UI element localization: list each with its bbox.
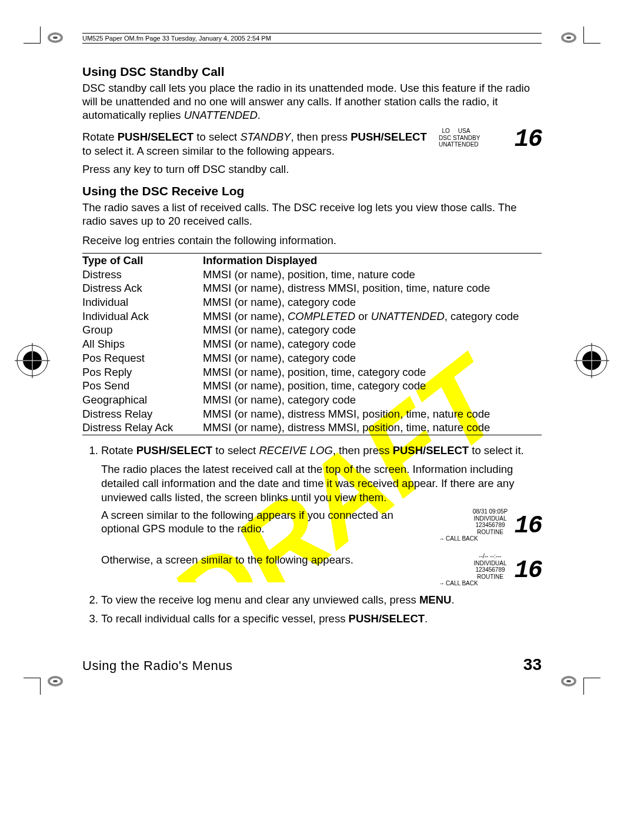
table-row: Pos RequestMMSI (or name), category code — [82, 351, 542, 365]
header-tag: UM525 Paper OM.fm Page 33 Tuesday, Janua… — [82, 33, 542, 44]
lcd-channel: 16 — [515, 556, 542, 585]
svg-point-3 — [53, 36, 58, 39]
step-1-sub1: The radio places the latest received cal… — [101, 462, 542, 505]
step-1-sub3: Otherwise, a screen similar to the follo… — [101, 553, 427, 566]
table-row: IndividualMMSI (or name), category code — [82, 295, 542, 309]
svg-point-9 — [53, 680, 58, 682]
steps-list-cont: To view the receive log menu and clear a… — [82, 593, 542, 626]
section-title-receivelog: Using the DSC Receive Log — [82, 184, 542, 198]
table-row: Pos SendMMSI (or name), position, time, … — [82, 379, 542, 393]
table-row: GeographicalMMSI (or name), category cod… — [82, 393, 542, 407]
table-row: Distress Relay AckMMSI (or name), distre… — [82, 421, 542, 435]
step-1-sub2: A screen similar to the following appear… — [101, 508, 427, 535]
receive-para-1: The radio saves a list of received calls… — [82, 201, 542, 228]
standby-para-1: DSC standby call lets you place the radi… — [82, 81, 542, 122]
registration-target-left — [15, 343, 50, 378]
svg-point-6 — [566, 36, 571, 39]
lcd-with-gps: 08/31 09:05P INDIVIDUAL 123456789 ROUTIN… — [439, 508, 542, 545]
page-number: 33 — [523, 655, 542, 674]
footer-title: Using the Radio's Menus — [82, 658, 232, 674]
lcd-without-gps: --/-- --:--- INDIVIDUAL 123456789 ROUTIN… — [439, 553, 542, 589]
steps-list: Rotate PUSH/SELECT to select RECEIVE LOG… — [82, 444, 542, 458]
section-title-standby: Using DSC Standby Call — [82, 65, 542, 79]
lcd-channel: 16 — [515, 125, 542, 154]
table-row: GroupMMSI (or name), category code — [82, 323, 542, 337]
ornament-tl — [47, 31, 68, 47]
table-row: Pos ReplyMMSI (or name), position, time,… — [82, 365, 542, 379]
table-row: All ShipsMMSI (or name), category code — [82, 337, 542, 351]
standby-para-2: Rotate PUSH/SELECT to select STANDBY, th… — [82, 130, 427, 157]
arrow-icon: → — [439, 580, 446, 587]
ornament-br — [556, 674, 577, 691]
table-header: Type of Call Information Displayed — [82, 254, 542, 268]
arrow-icon: → — [439, 535, 446, 542]
receive-log-table: Type of Call Information Displayed Distr… — [82, 253, 542, 435]
lcd-standby: LO USA DSC STANDBY UNATTENDED 16 — [439, 128, 542, 148]
receive-para-2: Receive log entries contain the followin… — [82, 234, 542, 247]
ornament-bl — [47, 674, 68, 691]
step-2: To view the receive log menu and clear a… — [101, 593, 542, 607]
table-row: Distress AckMMSI (or name), distress MMS… — [82, 281, 542, 295]
registration-target-right — [574, 343, 609, 378]
step-3: To recall individual calls for a specifi… — [101, 612, 542, 626]
ornament-tr — [556, 31, 577, 47]
standby-para-3: Press any key to turn off DSC standby ca… — [82, 162, 542, 176]
svg-point-12 — [566, 680, 571, 682]
table-row: DistressMMSI (or name), position, time, … — [82, 268, 542, 282]
lcd-channel: 16 — [515, 512, 542, 540]
table-row: Individual AckMMSI (or name), COMPLETED … — [82, 309, 542, 324]
step-1: Rotate PUSH/SELECT to select RECEIVE LOG… — [101, 444, 542, 458]
table-row: Distress RelayMMSI (or name), distress M… — [82, 407, 542, 421]
